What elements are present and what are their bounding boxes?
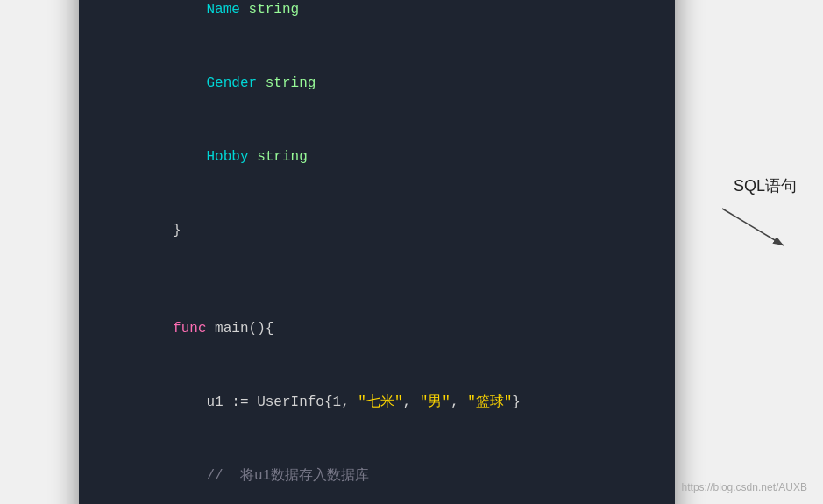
code-line-8: func main(){	[123, 292, 649, 366]
code-line-6: }	[123, 194, 649, 267]
code-line-9: u1 := UserInfo{1, "七米", "男", "篮球"}	[123, 366, 649, 439]
annotation-label: SQL语句	[734, 175, 797, 196]
code-area: type UserInfo struct { ID uint Name stri…	[79, 0, 675, 504]
annotation-arrow	[718, 200, 797, 252]
svg-line-1	[722, 209, 784, 245]
editor-window: type UserInfo struct { ID uint Name stri…	[79, 0, 675, 504]
code-line-7	[123, 267, 649, 292]
code-line-5: Hobby string	[123, 120, 649, 194]
annotation-box: SQL语句	[718, 175, 797, 252]
code-line-10: // 将u1数据存入数据库	[123, 439, 649, 504]
keyword-func: func	[173, 321, 206, 337]
code-line-4: Gender string	[123, 46, 649, 120]
code-line-3: Name string	[123, 0, 649, 46]
watermark: https://blog.csdn.net/AUXB	[682, 481, 807, 493]
